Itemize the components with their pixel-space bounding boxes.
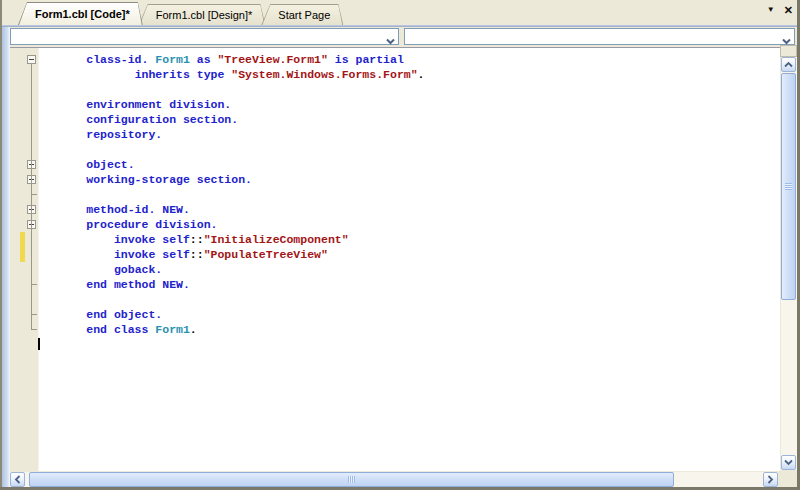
code-line[interactable]: end method NEW. <box>10 277 780 292</box>
chevron-up-icon <box>784 61 793 68</box>
code-token: class-id. <box>86 53 155 66</box>
scrollbar-top-corner <box>780 45 797 57</box>
code-token: working-storage section. <box>86 173 252 186</box>
code-token: end object. <box>86 308 162 321</box>
code-editor-surface[interactable]: class-id. Form1 as "TreeView.Form1" is p… <box>10 48 780 471</box>
tab-label: Form1.cbl [Design]* <box>156 9 253 21</box>
code-line[interactable]: object. <box>10 157 780 172</box>
chevron-right-icon <box>767 475 774 484</box>
code-line[interactable] <box>10 292 780 307</box>
scroll-down-button[interactable] <box>781 455 796 470</box>
code-token: "PopulateTreeView" <box>204 248 328 261</box>
code-line[interactable]: goback. <box>10 262 780 277</box>
scrollbar-thumb-grip <box>348 476 355 483</box>
code-token: configuration section. <box>86 113 238 126</box>
scrollbar-thumb-grip <box>785 183 792 190</box>
code-line[interactable]: end object. <box>10 307 780 322</box>
code-token: . <box>190 323 197 336</box>
tab-label: Start Page <box>278 9 330 21</box>
code-line[interactable] <box>10 187 780 202</box>
code-token: end class <box>86 323 155 336</box>
code-text-area[interactable]: class-id. Form1 as "TreeView.Form1" is p… <box>10 48 780 352</box>
code-token: method-id. NEW. <box>86 203 190 216</box>
scrollbar-bottom-corner <box>778 472 797 487</box>
code-line[interactable] <box>10 82 780 97</box>
code-editor-window: Form1.cbl [Code]*Form1.cbl [Design]*Star… <box>0 0 800 490</box>
code-line[interactable]: class-id. Form1 as "TreeView.Form1" is p… <box>10 52 780 67</box>
code-token: object. <box>86 158 134 171</box>
tab-label: Form1.cbl [Code]* <box>35 8 130 20</box>
vertical-scrollbar[interactable] <box>781 57 797 470</box>
code-token: invoke self <box>114 233 190 246</box>
tab-list-dropdown-icon[interactable]: ▼ <box>767 4 775 16</box>
scroll-up-button[interactable] <box>781 57 796 72</box>
code-token: Form1 <box>155 323 190 336</box>
code-token: . <box>418 68 425 81</box>
code-token: is partial <box>328 53 404 66</box>
code-line[interactable]: inherits type "System.Windows.Forms.Form… <box>10 67 780 82</box>
code-token: :: <box>190 233 204 246</box>
text-cursor <box>38 338 40 350</box>
code-token: end method NEW. <box>86 278 190 291</box>
code-line[interactable]: invoke self::"PopulateTreeView" <box>10 247 780 262</box>
tab-form1-cbl-design[interactable]: Form1.cbl [Design]* <box>139 4 266 25</box>
close-icon[interactable]: ✕ <box>784 4 793 16</box>
vertical-scrollbar-thumb[interactable] <box>781 73 796 300</box>
code-token: as <box>190 53 218 66</box>
chevron-left-icon <box>14 475 21 484</box>
chevron-down-icon <box>784 459 793 466</box>
scroll-right-button[interactable] <box>763 472 778 487</box>
horizontal-scrollbar-thumb[interactable] <box>29 472 674 487</box>
code-token: goback. <box>114 263 162 276</box>
types-combobox[interactable] <box>10 28 399 45</box>
code-token: :: <box>190 248 204 261</box>
code-token: Form1 <box>155 53 190 66</box>
code-line[interactable] <box>10 337 780 352</box>
tab-start-page[interactable]: Start Page <box>261 4 343 25</box>
code-token: invoke self <box>114 248 190 261</box>
left-frame-edge <box>0 0 2 490</box>
document-tab-bar: Form1.cbl [Code]*Form1.cbl [Design]*Star… <box>0 0 800 25</box>
tab-strip: Form1.cbl [Code]*Form1.cbl [Design]*Star… <box>0 0 800 25</box>
left-frame-strip <box>2 27 10 488</box>
code-line[interactable]: invoke self::"InitializeComponent" <box>10 232 780 247</box>
code-token: "System.Windows.Forms.Form" <box>231 68 417 81</box>
tab-form1-cbl-code[interactable]: Form1.cbl [Code]* <box>18 2 143 25</box>
code-token: environment division. <box>86 98 231 111</box>
code-line[interactable]: procedure division. <box>10 217 780 232</box>
scroll-left-button[interactable] <box>10 472 25 487</box>
code-line[interactable]: environment division. <box>10 97 780 112</box>
code-line[interactable]: working-storage section. <box>10 172 780 187</box>
code-line[interactable]: configuration section. <box>10 112 780 127</box>
tab-bar-underline <box>0 25 800 27</box>
code-line[interactable] <box>10 142 780 157</box>
code-token: repository. <box>86 128 162 141</box>
code-line[interactable]: repository. <box>10 127 780 142</box>
code-token: "InitializeComponent" <box>204 233 349 246</box>
window-buttons: ▼ ✕ <box>767 4 793 16</box>
code-line[interactable]: method-id. NEW. <box>10 202 780 217</box>
code-token: procedure division. <box>86 218 217 231</box>
horizontal-scrollbar[interactable] <box>10 472 778 487</box>
code-token: "TreeView.Form1" <box>217 53 327 66</box>
members-combobox[interactable] <box>404 28 795 45</box>
code-line[interactable]: end class Form1. <box>10 322 780 337</box>
code-token: inherits type <box>135 68 232 81</box>
